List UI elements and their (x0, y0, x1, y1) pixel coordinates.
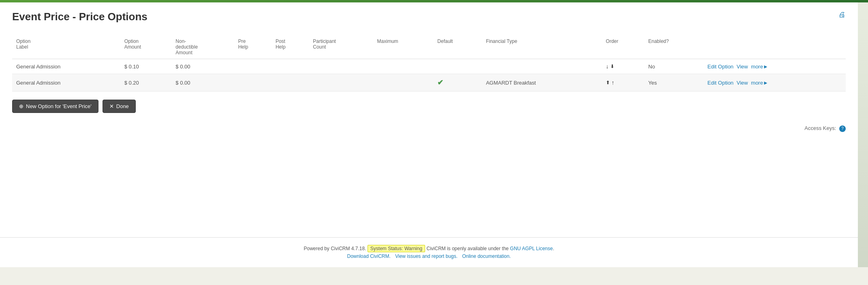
page-title: Event Price - Price Options (12, 11, 846, 27)
cell-default: ✔ (433, 74, 482, 91)
action-link-1[interactable]: View (737, 80, 748, 86)
action-link-0[interactable]: Edit Option (708, 64, 733, 70)
col-header-default: Default (433, 35, 482, 59)
main-content: 🖨 Event Price - Price Options OptionLabe… (0, 2, 858, 237)
system-status-badge[interactable]: System Status: Warning (368, 245, 425, 252)
col-header-non-deductible: Non-deductibleAmount (171, 35, 234, 59)
footer-links-line: Download CiviCRM. View issues and report… (8, 253, 850, 259)
table-row: General Admission$ 0.10$ 0.00↓⬇NoEdit Op… (12, 59, 846, 74)
cell-post-help (272, 59, 309, 74)
docs-link[interactable]: Online documentation. (462, 253, 511, 259)
table-header-row: OptionLabel OptionAmount Non-deductibleA… (12, 35, 846, 59)
cell-financial-type (482, 59, 602, 74)
cell-non-deductible: $ 0.00 (171, 59, 234, 74)
access-keys-label: Access Keys: (804, 125, 836, 131)
cell-pre-help (234, 59, 272, 74)
cell-enabled: No (644, 59, 703, 74)
cell-option-amount: $ 0.10 (120, 59, 172, 74)
col-header-option-label: OptionLabel (12, 35, 120, 59)
cell-non-deductible: $ 0.00 (171, 74, 234, 91)
cell-pre-help (234, 74, 272, 91)
action-link-1[interactable]: View (737, 64, 748, 70)
arrow-up[interactable]: ↑ (611, 79, 614, 86)
cell-enabled: Yes (644, 74, 703, 91)
cell-option-label: General Admission (12, 74, 120, 91)
col-header-option-amount: OptionAmount (120, 35, 172, 59)
col-header-actions (703, 35, 846, 59)
civicrm-available-text: CiviCRM is openly available under the (426, 246, 509, 251)
cell-default (433, 59, 482, 74)
cell-option-amount: $ 0.20 (120, 74, 172, 91)
cell-maximum (373, 59, 434, 74)
arrow-down[interactable]: ↓ (606, 63, 609, 70)
footer-main-line: Powered by CiviCRM 4.7.18. System Status… (8, 246, 850, 251)
action-link-0[interactable]: Edit Option (708, 80, 733, 86)
default-checkmark: ✔ (437, 79, 443, 87)
print-icon[interactable]: 🖨 (838, 11, 846, 19)
col-header-enabled: Enabled? (644, 35, 703, 59)
done-button[interactable]: ✕ Done (103, 100, 136, 113)
col-header-maximum: Maximum (373, 35, 434, 59)
right-sidebar (858, 2, 868, 267)
cell-order: ⬆↑ (602, 74, 644, 91)
x-icon: ✕ (109, 103, 114, 109)
col-header-participant-count: ParticipantCount (309, 35, 373, 59)
download-link[interactable]: Download CiviCRM. (347, 253, 390, 259)
col-header-order: Order (602, 35, 644, 59)
plus-icon: ⊕ (19, 103, 24, 109)
cell-participant-count (309, 74, 373, 91)
cell-participant-count (309, 59, 373, 74)
cell-post-help (272, 74, 309, 91)
access-keys-row: Access Keys: ? (12, 125, 846, 132)
order-arrows: ↓⬇ (606, 63, 614, 70)
new-option-button[interactable]: ⊕ New Option for 'Event Price' (12, 100, 98, 113)
period: . (553, 246, 554, 251)
action-buttons-row: ⊕ New Option for 'Event Price' ✕ Done (12, 100, 846, 113)
price-options-table: OptionLabel OptionAmount Non-deductibleA… (12, 35, 846, 91)
cell-maximum (373, 74, 434, 91)
license-link[interactable]: GNU AGPL License (510, 246, 553, 251)
col-header-pre-help: PreHelp (234, 35, 272, 59)
arrow-top[interactable]: ⬆ (606, 80, 610, 85)
cell-order: ↓⬇ (602, 59, 644, 74)
col-header-post-help: PostHelp (272, 35, 309, 59)
table-row: General Admission$ 0.20$ 0.00✔AGMARDT Br… (12, 74, 846, 91)
more-link[interactable]: more► (751, 80, 768, 86)
col-header-financial-type: Financial Type (482, 35, 602, 59)
more-link[interactable]: more► (751, 64, 768, 70)
arrow-bottom[interactable]: ⬇ (610, 64, 614, 69)
cell-actions: Edit Option View more► (703, 59, 846, 74)
order-arrows: ⬆↑ (606, 79, 614, 86)
cell-option-label: General Admission (12, 59, 120, 74)
new-option-label: New Option for 'Event Price' (26, 103, 92, 109)
cell-financial-type: AGMARDT Breakfast (482, 74, 602, 91)
footer: Powered by CiviCRM 4.7.18. System Status… (0, 237, 858, 267)
issues-link[interactable]: View issues and report bugs. (395, 253, 458, 259)
done-label: Done (116, 103, 129, 109)
powered-by-text: Powered by CiviCRM 4.7.18. (304, 246, 366, 251)
access-keys-help-icon[interactable]: ? (839, 125, 846, 132)
cell-actions: Edit Option View more► (703, 74, 846, 91)
